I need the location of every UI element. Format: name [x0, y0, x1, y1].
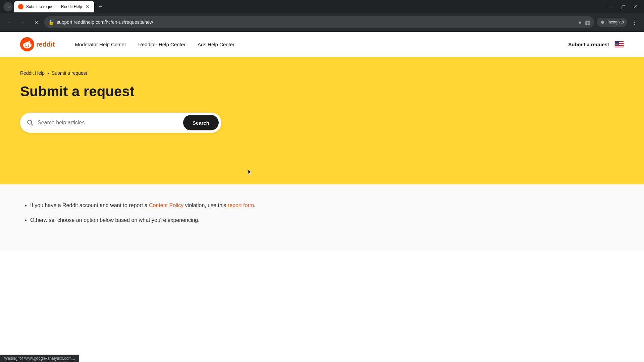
toolbar-right: Incognito ⋮: [597, 17, 640, 27]
nav-moderator-help[interactable]: Moderator Help Center: [75, 42, 126, 47]
submit-request-link[interactable]: Submit a request: [568, 42, 609, 47]
svg-point-2: [601, 20, 603, 21]
svg-point-3: [603, 20, 604, 21]
breadcrumb: Reddit Help › Submit a request: [20, 70, 624, 76]
back-button[interactable]: ←: [4, 17, 15, 27]
minimize-button[interactable]: —: [606, 1, 616, 12]
address-bar[interactable]: 🔒 support.reddithelp.com/hc/en-us/reques…: [44, 16, 594, 28]
profile-icon[interactable]: ▦: [585, 19, 590, 25]
search-input[interactable]: [38, 120, 183, 126]
lock-icon: 🔒: [48, 19, 54, 25]
svg-point-7: [25, 45, 26, 46]
bookmark-icon[interactable]: ★: [578, 19, 582, 25]
svg-point-8: [28, 45, 29, 46]
breadcrumb-current: Submit a request: [52, 70, 87, 76]
close-button[interactable]: ✕: [630, 1, 641, 12]
search-icon: [27, 119, 34, 126]
reddit-logo[interactable]: reddit: [20, 37, 55, 51]
list-item-otherwise: Otherwise, choose an option below based …: [30, 216, 624, 225]
search-button[interactable]: Search: [183, 115, 219, 130]
content-section: If you have a Reddit account and want to…: [0, 184, 644, 250]
nav-ads-help[interactable]: Ads Help Center: [198, 42, 234, 47]
more-menu-button[interactable]: ⋮: [629, 17, 640, 27]
info-list: If you have a Reddit account and want to…: [20, 201, 624, 224]
url-text: support.reddithelp.com/hc/en-us/requests…: [57, 19, 575, 25]
hero-section: Reddit Help › Submit a request Submit a …: [0, 57, 644, 184]
breadcrumb-home[interactable]: Reddit Help: [20, 70, 45, 76]
status-bar: Waiting for www.google-analytics.com...: [0, 355, 79, 362]
header-nav: Moderator Help Center Redditor Help Cent…: [75, 42, 235, 47]
bullet1-middle: violation, use this: [183, 202, 228, 208]
new-tab-button[interactable]: +: [96, 2, 105, 11]
window-controls: — ▢ ✕: [606, 1, 641, 12]
active-tab[interactable]: Submit a request – Reddit Help ✕: [14, 1, 94, 12]
report-form-link[interactable]: report form: [228, 202, 254, 208]
browser-tabs: ‹ Submit a request – Reddit Help ✕ + — ▢…: [0, 0, 644, 13]
incognito-label: Incognito: [607, 20, 624, 24]
incognito-badge: Incognito: [597, 18, 627, 27]
forward-button[interactable]: →: [17, 17, 28, 27]
svg-point-9: [29, 41, 30, 43]
svg-point-11: [23, 44, 24, 46]
search-container: Search: [20, 113, 221, 133]
page-title: Submit a request: [20, 84, 624, 99]
language-flag-icon[interactable]: [614, 41, 624, 48]
reddit-wordmark: reddit: [36, 41, 55, 48]
incognito-icon: [600, 19, 605, 25]
nav-redditor-help[interactable]: Redditor Help Center: [138, 42, 185, 47]
reddit-snoo-icon: [20, 37, 34, 51]
page-header: reddit Moderator Help Center Redditor He…: [0, 32, 644, 57]
header-right: Submit a request: [568, 41, 624, 48]
tab-close-button[interactable]: ✕: [85, 4, 90, 9]
svg-line-14: [32, 124, 33, 126]
tab-title: Submit a request – Reddit Help: [26, 4, 82, 9]
content-policy-link[interactable]: Content Policy: [149, 202, 183, 208]
svg-point-12: [30, 44, 32, 46]
list-item-content-policy: If you have a Reddit account and want to…: [30, 201, 624, 210]
tab-favicon: [18, 4, 23, 9]
browser-toolbar: ← → ✕ 🔒 support.reddithelp.com/hc/en-us/…: [0, 13, 644, 31]
svg-point-13: [28, 120, 32, 124]
reload-button[interactable]: ✕: [31, 17, 42, 27]
bullet1-suffix: .: [254, 202, 255, 208]
breadcrumb-separator: ›: [47, 70, 49, 76]
maximize-button[interactable]: ▢: [618, 1, 629, 12]
browser-chrome: ‹ Submit a request – Reddit Help ✕ + — ▢…: [0, 0, 644, 32]
tab-scroll-prev[interactable]: ‹: [3, 2, 13, 11]
bullet1-prefix: If you have a Reddit account and want to…: [30, 202, 149, 208]
